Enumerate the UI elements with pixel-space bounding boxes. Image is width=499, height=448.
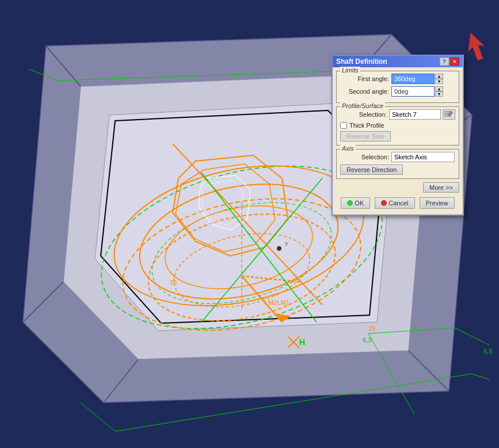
first-angle-field: 360deg ▲ ▼ — [391, 74, 455, 84]
dialog-title: Shaft Definition — [336, 58, 440, 66]
limits-group: Limits First angle: 360deg ▲ ▼ Second an… — [336, 71, 459, 103]
svg-text:LM2LM1: LM2LM1 — [265, 299, 290, 306]
second-angle-input[interactable] — [391, 86, 435, 97]
axis-selection-input[interactable] — [391, 152, 455, 162]
reverse-side-button[interactable]: Reverse Side — [340, 131, 391, 141]
thick-profile-label: Thick Profile — [349, 122, 384, 129]
preview-button[interactable]: Preview — [420, 197, 455, 209]
bottom-buttons: OK Cancel Preview — [336, 195, 459, 211]
svg-point-43 — [277, 246, 281, 251]
svg-text:7: 7 — [285, 242, 288, 247]
svg-text:29: 29 — [170, 279, 177, 286]
reverse-direction-button[interactable]: Reverse Direction — [340, 164, 403, 175]
first-angle-input[interactable]: 360deg — [391, 74, 435, 84]
axis-selection-label: Selection: — [340, 154, 389, 160]
limits-group-label: Limits — [340, 67, 360, 74]
close-button[interactable]: × — [450, 58, 459, 66]
axis-group-label: Axis — [340, 145, 356, 152]
more-button[interactable]: More >> — [423, 182, 459, 193]
first-angle-label: First angle: — [340, 75, 389, 82]
ok-label: OK — [355, 200, 364, 206]
cancel-button[interactable]: Cancel — [375, 197, 414, 209]
profile-group: Profile/Surface Selection: — [336, 106, 459, 145]
axis-selection-field — [391, 152, 455, 162]
first-angle-spinners: ▲ ▼ — [435, 74, 443, 84]
profile-selection-field — [389, 109, 455, 120]
svg-text:29: 29 — [368, 325, 375, 332]
first-angle-row: First angle: 360deg ▲ ▼ — [340, 74, 455, 84]
axis-selection-row: Selection: — [340, 152, 455, 162]
more-btn-row: More >> — [336, 182, 459, 193]
cancel-dot — [381, 200, 387, 206]
profile-group-label: Profile/Surface — [340, 102, 385, 109]
thick-profile-checkbox[interactable] — [340, 122, 347, 129]
second-angle-spinners: ▲ ▼ — [435, 86, 443, 97]
reverse-side-row: Reverse Side — [340, 131, 455, 141]
second-angle-up[interactable]: ▲ — [435, 86, 443, 91]
preview-label: Preview — [426, 200, 448, 206]
reverse-direction-row: Reverse Direction — [340, 164, 455, 175]
ok-button[interactable]: OK — [341, 197, 370, 209]
title-buttons: ? × — [440, 58, 459, 66]
axis-group: Axis Selection: Reverse Direction — [336, 149, 459, 179]
dialog-body: Limits First angle: 360deg ▲ ▼ Second an… — [333, 67, 463, 215]
shaft-definition-dialog: Shaft Definition ? × Limits First angle:… — [332, 55, 464, 216]
second-angle-field: ▲ ▼ — [391, 86, 455, 97]
cancel-label: Cancel — [388, 200, 408, 206]
profile-selection-input[interactable] — [389, 109, 441, 120]
svg-text:6,8: 6,8 — [483, 348, 492, 355]
svg-text:H: H — [299, 338, 305, 347]
profile-edit-icon[interactable] — [443, 109, 455, 120]
help-button[interactable]: ? — [440, 58, 449, 66]
thick-profile-row: Thick Profile — [340, 122, 455, 129]
profile-selection-label: Selection: — [340, 111, 387, 118]
first-angle-down[interactable]: ▼ — [435, 79, 443, 84]
second-angle-label: Second angle: — [340, 88, 389, 95]
second-angle-down[interactable]: ▼ — [435, 91, 443, 97]
ok-dot — [347, 200, 353, 206]
svg-text:6,3: 6,3 — [363, 336, 371, 343]
first-angle-up[interactable]: ▲ — [435, 74, 443, 79]
second-angle-row: Second angle: ▲ ▼ — [340, 86, 455, 97]
profile-selection-row: Selection: — [340, 109, 455, 120]
dialog-titlebar: Shaft Definition ? × — [333, 56, 463, 67]
